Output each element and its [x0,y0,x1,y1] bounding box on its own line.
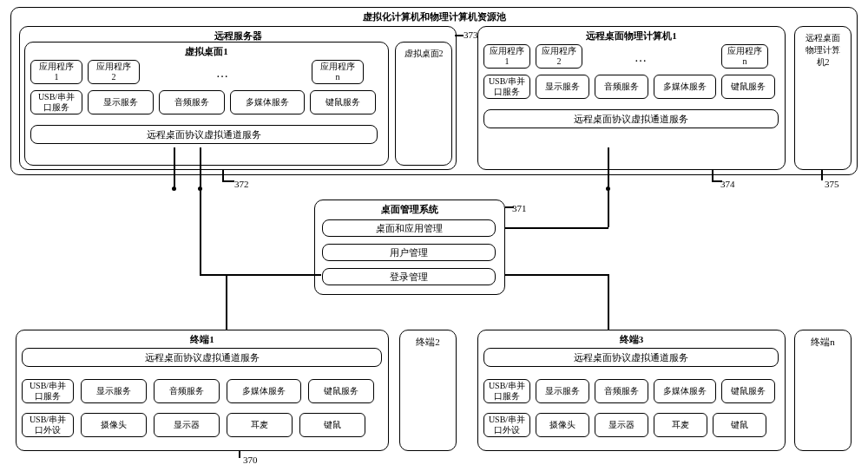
connector [239,451,240,458]
t1-svc-usb: USB/串并 口服务 [22,379,74,403]
virtual-desktop-2: 虚拟桌面2 [395,42,452,166]
connector [174,147,175,189]
t3-hw-usb: USB/串并 口外设 [483,413,530,437]
dms-item-2: 用户管理 [322,244,496,261]
vd1-ellipsis: … [216,67,228,81]
t3-svc-audio: 音频服务 [595,379,648,403]
pc1-svc-km: 键鼠服务 [721,75,775,99]
virtual-desktop-1: 虚拟桌面1 应用程序 1 应用程序 2 … 应用程序 n USB/串并 口服务 … [24,42,389,166]
vd1-app-n: 应用程序 n [312,60,364,84]
connector [712,170,713,180]
tn-title: 终端n [795,330,851,354]
label-373: 373 [464,29,478,40]
vd1-app-1: 应用程序 1 [30,60,82,84]
vd1-svc-audio: 音频服务 [159,90,225,114]
connector [200,274,321,276]
vd1-svc-display: 显示服务 [88,90,154,114]
pc1-app-2: 应用程序 2 [536,44,582,69]
terminal-n: 终端n [794,330,852,451]
terminal-1: 终端1 远程桌面协议虚拟通道服务 USB/串并 口服务 显示服务 音频服务 多媒… [16,330,389,451]
t3-hw-km: 键鼠 [713,413,766,437]
pool-title: 虚拟化计算机和物理计算机资源池 [11,8,857,26]
connector-dot [172,186,176,191]
t1-channel: 远程桌面协议虚拟通道服务 [22,348,382,367]
label-374: 374 [720,179,735,189]
dms-item-1: 桌面和应用管理 [322,219,496,237]
t3-channel: 远程桌面协议虚拟通道服务 [483,348,779,367]
connector-dot [606,186,610,191]
connector [226,274,227,330]
pc1-svc-usb: USB/串并 口服务 [483,75,530,99]
pc1-ellipsis: … [635,51,647,65]
pc1-svc-media: 多媒体服务 [654,75,716,99]
desktop-management-system: 桌面管理系统 桌面和应用管理 用户管理 登录管理 [314,200,505,295]
t3-svc-media: 多媒体服务 [654,379,716,403]
t1-svc-display: 显示服务 [81,379,147,403]
t1-hw-usb: USB/串并 口外设 [22,413,74,437]
connector [200,147,201,274]
pc2-title: 远程桌面 物理计算 机2 [795,27,851,74]
t2-title: 终端2 [400,330,456,354]
label-370: 370 [243,455,258,465]
t3-title: 终端3 [478,330,785,349]
pc1-channel: 远程桌面协议虚拟通道服务 [483,109,779,128]
physical-computer-2: 远程桌面 物理计算 机2 [794,26,852,170]
t3-svc-km: 键鼠服务 [721,379,775,403]
pc1-svc-audio: 音频服务 [595,75,648,99]
label-375: 375 [825,179,839,189]
physical-computer-1: 远程桌面物理计算机1 应用程序 1 应用程序 2 … 应用程序 n USB/串并… [477,26,786,170]
t3-hw-disp: 显示器 [595,413,648,437]
connector [608,274,609,330]
connector [505,206,514,208]
t1-hw-disp: 显示器 [154,413,220,437]
dms-item-3: 登录管理 [322,268,496,285]
terminal-2: 终端2 [399,330,457,451]
terminal-3: 终端3 远程桌面协议虚拟通道服务 USB/串并 口服务 显示服务 音频服务 多媒… [477,330,786,451]
connector [712,180,722,182]
t3-hw-cam: 摄像头 [536,413,589,437]
vd1-app-2: 应用程序 2 [88,60,140,84]
pc1-app-1: 应用程序 1 [483,44,530,69]
t3-svc-usb: USB/串并 口服务 [483,379,530,403]
vd1-channel: 远程桌面协议虚拟通道服务 [30,125,378,144]
t1-hw-ear: 耳麦 [227,413,293,437]
t1-svc-media: 多媒体服务 [227,379,301,403]
pc1-svc-display: 显示服务 [536,75,589,99]
vd1-svc-km: 键鼠服务 [310,90,376,114]
connector [821,170,823,180]
connector [505,227,608,229]
connector [505,274,608,276]
vd1-svc-media: 多媒体服务 [230,90,305,114]
t1-svc-audio: 音频服务 [154,379,220,403]
vd1-title: 虚拟桌面1 [25,43,388,61]
t1-hw-km: 键鼠 [299,413,365,437]
connector-dot [198,186,202,191]
connector [455,35,464,36]
vd1-svc-usb: USB/串并 口服务 [30,90,82,114]
connector [222,180,234,182]
label-372: 372 [234,179,249,189]
pc1-app-n: 应用程序 n [721,44,768,69]
t1-svc-km: 键鼠服务 [308,379,374,403]
t3-svc-display: 显示服务 [536,379,589,403]
dms-title: 桌面管理系统 [315,200,504,219]
t3-hw-ear: 耳麦 [654,413,707,437]
t1-hw-cam: 摄像头 [81,413,147,437]
t1-title: 终端1 [16,330,388,349]
label-371: 371 [512,203,527,213]
connector [222,170,224,180]
pc1-title: 远程桌面物理计算机1 [478,27,785,45]
vd2-title: 虚拟桌面2 [396,43,451,65]
